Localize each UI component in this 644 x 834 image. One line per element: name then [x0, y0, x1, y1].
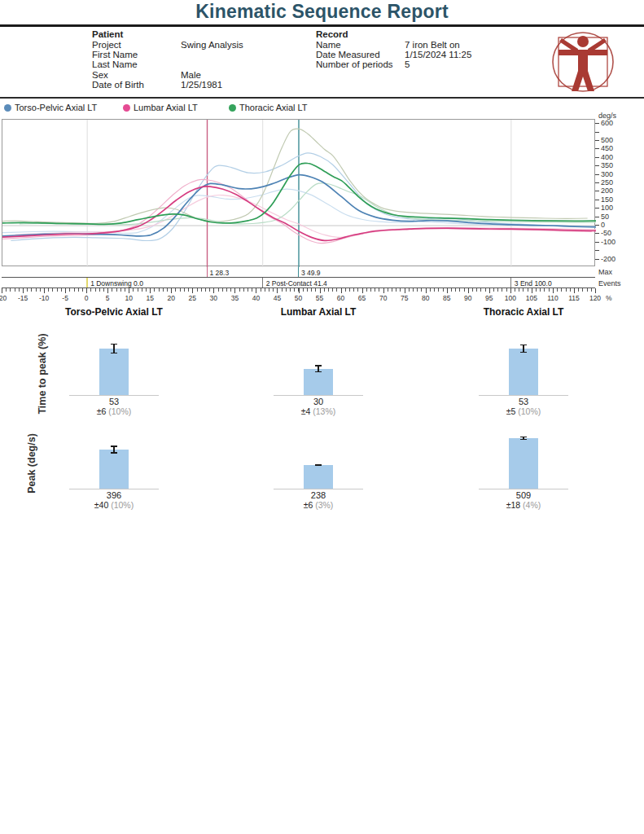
record-row-name: Name 7 iron Belt on — [316, 40, 471, 50]
x-tick — [468, 288, 469, 293]
bar-baseline — [274, 489, 363, 489]
x-tick-label: 10 — [125, 294, 132, 302]
x-tick-label: 70 — [379, 294, 387, 302]
error-bar-cap — [111, 452, 117, 454]
legend-item-thoracic: Thoracic Axial LT — [229, 103, 308, 112]
y-tick-label: -50 — [601, 230, 611, 237]
legend-item-torso-pelvic: Torso-Pelvic Axial LT — [4, 103, 97, 112]
record-heading: Record — [316, 29, 471, 39]
error-bar-cap — [520, 352, 527, 353]
x-tick — [23, 288, 24, 293]
max-marker-line — [298, 267, 299, 277]
x-tick — [107, 288, 108, 293]
bar-error-label: ±6 (10%) — [97, 406, 132, 416]
max-marker-label: 1 28.3 — [210, 269, 230, 277]
bar — [99, 450, 129, 489]
y-tick — [595, 242, 599, 243]
x-tick — [171, 288, 172, 293]
legend-dot-lumbar-icon — [123, 104, 130, 112]
legend-item-lumbar: Lumbar Axial LT — [123, 103, 198, 112]
bar-error-label: ±5 (10%) — [506, 406, 541, 416]
max-markers-band: 1 28.33 49.9 — [2, 267, 595, 278]
x-tick-label: 40 — [252, 294, 260, 302]
y-tick-label: 100 — [601, 204, 613, 212]
y-tick — [595, 148, 599, 149]
x-tick — [213, 288, 214, 293]
x-tick-label: 15 — [147, 294, 154, 302]
bar — [99, 349, 129, 395]
x-tick-label: 110 — [547, 294, 559, 302]
event-marker-line — [262, 278, 263, 288]
max-marker-line — [207, 267, 208, 277]
vitruvian-man-logo — [550, 31, 616, 98]
patient-info: Patient Project Swing Analysis First Nam… — [92, 29, 243, 90]
error-bar-cap — [111, 446, 117, 447]
x-tick-label: 45 — [274, 294, 281, 302]
record-row-periods: Number of periods 5 — [316, 59, 471, 69]
bar-value: 53 — [109, 397, 119, 406]
bar — [304, 465, 333, 489]
y-tick — [595, 200, 599, 200]
bar-error-label: ±18 (4%) — [506, 500, 541, 510]
bar-row-label: Peak (deg/s) — [2, 458, 18, 469]
bar-baseline — [69, 489, 159, 489]
bar-value: 509 — [516, 490, 531, 500]
x-tick-label: 25 — [189, 294, 196, 302]
x-tick — [426, 288, 427, 293]
bar-baseline — [69, 395, 159, 396]
event-marker-line — [510, 278, 511, 288]
error-bar-cap — [520, 439, 527, 441]
x-tick — [341, 288, 342, 293]
page-title: Kinematic Sequence Report — [0, 1, 644, 23]
error-bar-cap — [315, 465, 322, 467]
x-tick-label: 85 — [443, 294, 450, 302]
x-tick — [2, 288, 2, 293]
y-tick — [595, 140, 599, 141]
y-tick — [595, 182, 599, 183]
bar — [509, 438, 538, 489]
x-tick-label: 75 — [401, 294, 408, 302]
x-tick — [489, 288, 490, 293]
x-tick-label: -15 — [18, 294, 28, 302]
events-band-label: Events — [598, 279, 621, 288]
x-tick-label: -5 — [62, 294, 68, 302]
x-tick-label: 100 — [505, 294, 516, 302]
y-tick — [595, 233, 599, 234]
bar-baseline — [479, 489, 568, 489]
x-axis-units: % — [606, 294, 612, 302]
patient-row-firstname: First Name — [92, 50, 243, 59]
x-tick-label: -10 — [39, 294, 49, 302]
x-tick — [362, 288, 363, 293]
y-tick — [595, 174, 599, 175]
y-tick-label: 300 — [601, 171, 613, 178]
y-tick — [595, 250, 599, 251]
x-tick — [383, 288, 384, 293]
x-tick — [574, 288, 575, 293]
x-tick-label: 95 — [485, 294, 493, 302]
x-tick-label: 115 — [568, 294, 580, 302]
x-tick-label: 60 — [337, 294, 344, 302]
record-row-date: Date Measured 1/15/2024 11:25 — [316, 50, 471, 59]
bar-column-title: Lumbar Axial LT — [281, 306, 357, 318]
bar-row-label: Time to peak (%) — [2, 368, 18, 380]
y-tick-label: 150 — [601, 196, 613, 204]
bar-baseline — [479, 395, 568, 396]
patient-row-lastname: Last Name — [92, 59, 243, 69]
events-band: 1 Downswing 0.02 Post-Contact 41.43 End … — [2, 278, 595, 288]
x-tick — [405, 288, 405, 293]
x-tick-label: 50 — [295, 294, 302, 302]
event-marker-line — [86, 278, 88, 288]
x-tick — [86, 288, 87, 293]
report-page: Kinematic Sequence Report Patient Projec… — [0, 0, 644, 834]
y-tick-label: 500 — [601, 137, 613, 144]
bar-value: 30 — [313, 397, 323, 406]
chart-legend: Torso-Pelvic Axial LT Lumbar Axial LT Th… — [0, 103, 644, 114]
bar-baseline — [274, 395, 363, 396]
x-tick — [256, 288, 256, 293]
y-tick-label: 200 — [601, 187, 613, 195]
x-tick-label: 0 — [85, 294, 89, 302]
y-tick-label: 350 — [601, 162, 613, 169]
x-tick — [320, 288, 321, 293]
y-tick — [595, 217, 599, 217]
x-tick-label: 55 — [316, 294, 323, 302]
